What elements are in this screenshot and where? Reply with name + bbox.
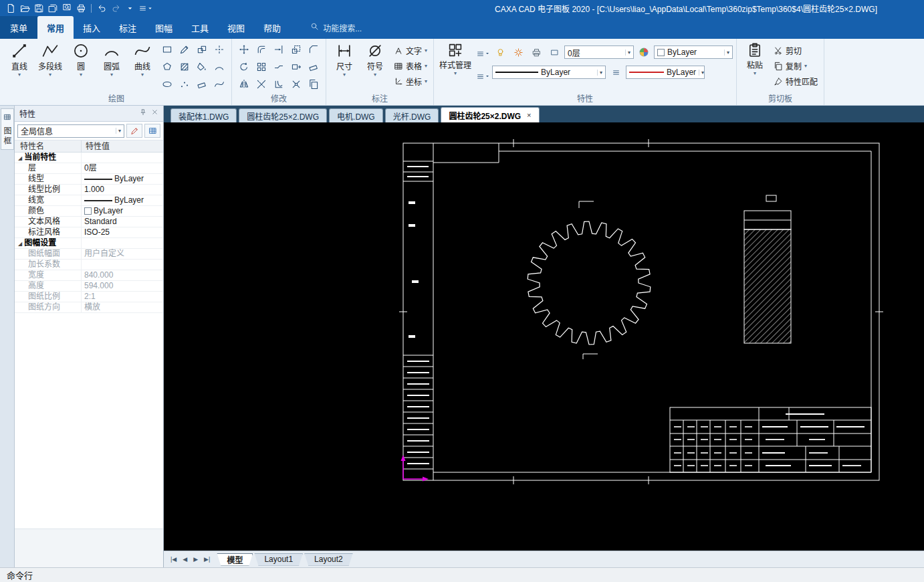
draw-line-button[interactable]: 直线▾ — [5, 39, 34, 77]
print-button[interactable] — [74, 1, 88, 15]
menu-tab-常用[interactable]: 常用 — [37, 16, 74, 39]
tool-fillcan-button[interactable] — [194, 59, 210, 75]
prop-row-图幅设置[interactable]: ◢图幅设置 — [15, 238, 163, 249]
layer-visibility-button[interactable] — [492, 44, 508, 60]
menu-button[interactable]: 菜单 — [0, 16, 37, 39]
annotate-dim-button[interactable]: 尺寸▾ — [330, 39, 359, 77]
tool-curve-button[interactable] — [211, 76, 227, 92]
qat-dropdown-button[interactable] — [123, 1, 136, 15]
customize-toolbar-button[interactable] — [137, 1, 154, 15]
prop-row-当前特性[interactable]: ◢当前特性 — [15, 153, 163, 163]
prop-row-层[interactable]: 层0层 — [15, 163, 163, 174]
undo-button[interactable] — [95, 1, 108, 15]
save-button[interactable] — [32, 1, 45, 15]
tool-rotate-button[interactable] — [236, 59, 252, 75]
linewidth-dropdown[interactable]: ByLayer▾ — [626, 66, 705, 79]
menu-tab-帮助[interactable]: 帮助 — [254, 16, 290, 39]
document-tab[interactable]: 装配体1.DWG — [170, 108, 237, 122]
layer-freeze-button[interactable] — [510, 44, 526, 60]
open-file-button[interactable] — [18, 1, 31, 15]
tool-move-button[interactable] — [236, 41, 252, 58]
prop-row-线宽[interactable]: 线宽ByLayer — [15, 195, 163, 206]
prop-row-加长系数[interactable]: 加长系数 — [15, 260, 163, 270]
close-panel-button[interactable] — [151, 108, 158, 118]
prop-row-标注风格[interactable]: 标注风格ISO-25 — [15, 227, 163, 238]
side-tab-frame-library[interactable]: 图框 — [1, 108, 14, 150]
line-options-button[interactable] — [475, 68, 491, 84]
layout-tab-模型[interactable]: 模型 — [217, 553, 253, 566]
close-tab-icon[interactable]: × — [527, 111, 531, 119]
tool-array-button[interactable] — [253, 59, 269, 75]
annotate-tableic-button[interactable]: 表格▾ — [391, 60, 430, 72]
prop-row-线型[interactable]: 线型ByLayer — [15, 174, 163, 185]
redo-button[interactable] — [109, 1, 122, 15]
menu-tab-标注[interactable]: 标注 — [110, 16, 146, 39]
menu-tab-视图[interactable]: 视图 — [218, 16, 254, 39]
prop-row-图纸方向[interactable]: 图纸方向横放 — [15, 302, 163, 313]
tool-polygon-button[interactable] — [159, 59, 175, 75]
tool-point-button[interactable] — [211, 41, 227, 58]
tool-pencil-button[interactable] — [177, 41, 193, 58]
annotate-coord-button[interactable]: 坐标▾ — [391, 75, 430, 88]
menu-tab-工具[interactable]: 工具 — [182, 16, 218, 39]
draw-arc-button[interactable]: 圆弧▾ — [97, 39, 126, 77]
draw-circle-button[interactable]: 圆▾ — [66, 39, 96, 77]
prop-row-图纸比例[interactable]: 图纸比例2:1 — [15, 292, 163, 302]
layer-lock-button[interactable] — [546, 44, 562, 60]
menu-tab-图幅[interactable]: 图幅 — [146, 16, 182, 39]
drawing-canvas[interactable] — [164, 122, 924, 551]
tool-rect-button[interactable] — [159, 41, 175, 58]
tool-arc-button[interactable] — [211, 59, 227, 75]
tool-eraser-button[interactable] — [194, 76, 210, 92]
tool-chamfer-button[interactable] — [306, 41, 322, 58]
prop-row-文本风格[interactable]: 文本风格Standard — [15, 217, 163, 227]
prop-row-颜色[interactable]: 颜色ByLayer — [15, 206, 163, 217]
global-info-dropdown[interactable]: 全局信息 ▾ — [17, 124, 124, 138]
prop-row-图纸幅面[interactable]: 图纸幅面用户自定义 — [15, 249, 163, 260]
style-manager-button[interactable]: 样式管理▾ — [437, 39, 473, 76]
clipboard-copy-button[interactable]: 复制▾ — [771, 60, 820, 72]
first-sheet-button[interactable]: |◀ — [170, 556, 177, 563]
annotate-symbol-button[interactable]: 符号▾ — [360, 39, 390, 77]
tool-eraser-button[interactable] — [306, 59, 322, 75]
command-bar[interactable]: 命令行 — [0, 567, 924, 582]
tool-explode-button[interactable] — [288, 76, 304, 92]
print-preview-button[interactable] — [60, 1, 74, 15]
clipboard-brush-button[interactable]: 特性匹配 — [771, 75, 820, 88]
tool-scale-button[interactable] — [288, 41, 304, 58]
new-file-button[interactable] — [4, 1, 17, 15]
draw-polyline-button[interactable]: 多段线▾ — [35, 39, 65, 77]
function-search-input[interactable]: 功能搜索... — [310, 16, 362, 39]
tool-mirror-button[interactable] — [236, 76, 252, 92]
color-wheel-button[interactable] — [636, 44, 652, 60]
list-options-button[interactable] — [475, 45, 491, 62]
edit-properties-button[interactable] — [126, 124, 142, 138]
layout-tab-Layout2[interactable]: Layout2 — [304, 553, 353, 566]
document-tab[interactable]: 电机.DWG — [329, 108, 383, 122]
tool-ellipse-button[interactable] — [159, 76, 175, 92]
pin-panel-button[interactable] — [139, 108, 147, 118]
layout-tab-Layout1[interactable]: Layout1 — [254, 553, 303, 566]
grid-view-button[interactable] — [144, 124, 160, 138]
tool-stretch-button[interactable] — [288, 59, 304, 75]
tool-corner-button[interactable] — [271, 76, 287, 92]
prop-row-线型比例[interactable]: 线型比例1.000 — [15, 185, 163, 195]
tool-breakk-button[interactable] — [271, 59, 287, 75]
prop-row-宽度[interactable]: 宽度840.000 — [15, 270, 163, 281]
prop-row-高度[interactable]: 高度594.000 — [15, 281, 163, 292]
save-all-button[interactable] — [46, 1, 60, 15]
document-tab[interactable]: 圆柱齿轮25×2.DWG× — [441, 107, 539, 122]
linewidth-options-button[interactable] — [608, 64, 624, 80]
layer-plot-button[interactable] — [528, 44, 544, 60]
annotate-texta-button[interactable]: 文字▾ — [391, 44, 430, 57]
tool-dots-button[interactable] — [177, 76, 193, 92]
tool-block-button[interactable] — [194, 41, 210, 58]
expander-icon[interactable]: ◢ — [18, 153, 22, 163]
tool-trim-button[interactable] — [253, 76, 269, 92]
tool-copy-button[interactable] — [306, 76, 322, 92]
document-tab[interactable]: 圆柱齿轮25×2.DWG — [239, 108, 327, 122]
expander-icon[interactable]: ◢ — [18, 239, 22, 248]
paste-button[interactable]: 粘贴▾ — [740, 39, 770, 76]
tool-extend-button[interactable] — [271, 41, 287, 58]
tool-hatch-button[interactable] — [177, 59, 193, 75]
